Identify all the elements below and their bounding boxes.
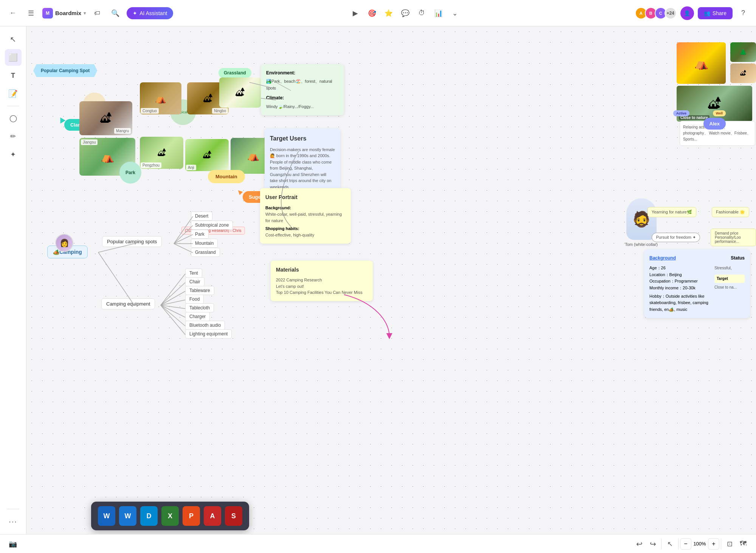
tool-sticky[interactable]: 📝 [5,85,22,102]
photo-1: ⛺ [677,42,726,84]
chat-button[interactable]: 💬 [398,6,412,20]
menu-button[interactable]: ☰ [24,6,38,20]
popular-camping-label: Popular Camping Spot [33,64,97,77]
image-pengzhou: 🏕 Pengzhou [140,137,183,169]
nancy-income: Monthly income：20-30k [649,285,711,292]
present-button[interactable]: 🎯 [365,6,379,20]
tool-magic[interactable]: ✦ [5,146,22,163]
timer-button[interactable]: ⏱ [415,6,429,20]
ai-icon: ✦ [133,10,137,16]
tool-text[interactable]: T [5,67,22,84]
file-pdf[interactable]: A [204,506,221,526]
tool-pen[interactable]: ✏ [5,128,22,145]
collaborate-button[interactable]: ⭐ [382,6,395,20]
background-content: White-collar, well-paid, stressful, year… [265,211,345,224]
demand-tag: Demand price Personality/Loo performance… [711,229,756,246]
nancy-status-value: Stressful, [714,265,745,272]
file-ppt[interactable]: P [183,506,200,526]
env-title: Environment: [266,70,339,77]
cursor-mode-button[interactable]: ↖ [663,537,677,551]
spot-subtropical: Subtropical zone [191,221,233,230]
nancy-age: Age：26 [649,265,711,272]
photo-3: 🏕 [730,63,756,83]
svg-line-14 [161,305,185,335]
svg-line-11 [161,305,185,309]
back-button[interactable]: ← [6,6,20,20]
boardmix-logo: M [42,8,53,19]
undo-button[interactable]: ↩ [632,537,646,551]
suger-cursor-arrow [237,189,243,195]
file-doc-1[interactable]: W [98,506,115,526]
minimap-button[interactable]: 🗺 [736,537,750,551]
equip-chair: Chair [185,277,204,286]
toolbar: ← ☰ M Boardmix ▾ 🏷 🔍 ✦ AI Assistant ▶ 🎯 … [0,0,756,26]
screen-record-button[interactable]: 📷 [6,537,20,551]
user-portrait-title: User Portrait [265,193,345,201]
camping-equip-node: Camping equipment [101,298,155,309]
user-profile-pic: 👩 [55,234,73,252]
photo-4: 🏕 Close to nature [677,86,752,122]
tool-shape[interactable]: ◯ [5,110,22,127]
bottom-divider [661,539,662,549]
bottom-toolbar: 📷 ↩ ↪ ↖ − 100% + ⊡ 🗺 [0,534,756,553]
equip-bluetooth: Bluetooth audio [185,321,225,330]
svg-line-9 [161,291,185,305]
climate-title: Climate: [266,94,339,102]
redo-button[interactable]: ↪ [646,537,660,551]
more-center-button[interactable]: ⌄ [448,6,462,20]
status-heading: Status [731,255,745,262]
help-button[interactable]: ? [736,6,750,20]
svg-line-12 [161,305,185,317]
svg-line-13 [161,305,185,326]
photo-grid-area: ⛺ 🌲 🏕 🏕 Close to nature [677,42,756,110]
tool-more[interactable]: ··· [5,513,22,530]
file-dock: W W D X P A S [91,502,249,530]
tag-button[interactable]: 🏷 [90,6,104,20]
sidebar-divider-2 [7,509,19,509]
fit-view-button[interactable]: ⊡ [723,537,736,551]
fashionable-tag: Fashionable 🌟 [712,207,749,217]
dropdown-icon: ▾ [84,11,86,16]
nancy-target-value: Close to na... [714,284,745,290]
popular-spots-node: Popular camping spots [102,236,162,247]
toolbar-center: ▶ 🎯 ⭐ 💬 ⏱ 📊 ⌄ [349,6,462,20]
logo-area: M Boardmix ▾ [42,8,86,19]
equip-tableware: Tableware [185,286,214,295]
chart-button[interactable]: 📊 [432,6,445,20]
file-other[interactable]: S [225,506,242,526]
left-sidebar: ↖ ⬜ T 📝 ◯ ✏ ✦ ··· [0,26,26,534]
zoom-in-button[interactable]: + [708,538,719,550]
location-mangru: Mangru [114,128,131,134]
materials-line1: 2022 Camping Research [276,277,367,283]
nancy-hobby: Hobby：Outside activities like skateboard… [649,293,711,313]
equip-tent: Tent [185,269,202,278]
zoom-level-display: 100% [691,541,708,547]
user-avatar[interactable]: 👤 [680,6,694,20]
nancy-profile-card: Background Status Age：26 Location：Beijin… [644,249,750,318]
ai-assistant-button[interactable]: ✦ AI Assistant [127,7,173,19]
file-doc-3[interactable]: D [140,506,158,526]
search-button[interactable]: 🔍 [108,6,122,20]
alex-cursor: Alex [703,118,726,130]
env-content: 🏞️Park、beach🏖️、forest、natural spots [266,78,339,91]
file-xls[interactable]: X [161,506,179,526]
avatar-group: A B C +24 [637,7,677,19]
svg-line-7 [161,274,185,305]
share-button[interactable]: 👥 Share [698,7,733,19]
tool-frame[interactable]: ⬜ [5,49,22,66]
zoom-out-button[interactable]: − [680,538,691,550]
svg-line-8 [161,283,185,305]
file-doc-2[interactable]: W [119,506,136,526]
active-tag: Active [673,110,689,116]
image-camp-1: ⛺ Congtuo [140,82,181,114]
image-anji: 🏕 Anji [185,139,229,171]
canvas[interactable]: Popular Camping Spot Clara Desert 🏕 Mang… [26,26,756,534]
play-button[interactable]: ▶ [349,6,362,20]
grassland-bubble: Grassland [218,68,251,78]
svg-line-6 [174,244,193,253]
target-users-content: Decision-makers are mostly female 🙋 born… [270,147,335,190]
tool-select[interactable]: ↖ [5,31,22,48]
toolbar-left: ← ☰ M Boardmix ▾ 🏷 🔍 ✦ AI Assistant [6,6,173,20]
avatar-count: +24 [665,7,677,19]
background-heading: Background [649,255,676,262]
